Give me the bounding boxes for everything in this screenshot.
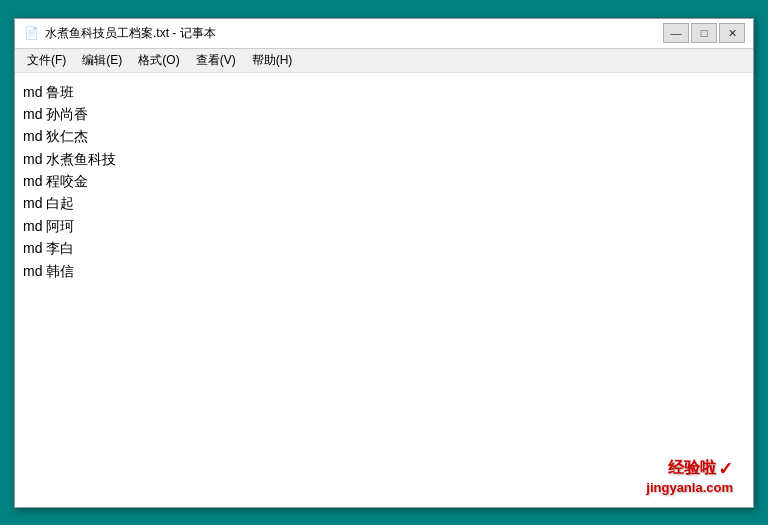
menu-view[interactable]: 查看(V) xyxy=(188,49,244,71)
menu-format[interactable]: 格式(O) xyxy=(130,49,187,71)
app-icon: 📄 xyxy=(23,25,39,41)
close-button[interactable]: ✕ xyxy=(719,23,745,43)
menu-bar: 文件(F) 编辑(E) 格式(O) 查看(V) 帮助(H) xyxy=(15,49,753,73)
maximize-button[interactable]: □ xyxy=(691,23,717,43)
window-controls: — □ ✕ xyxy=(663,23,745,43)
text-editor[interactable]: md 鲁班 md 孙尚香 md 狄仁杰 md 水煮鱼科技 md 程咬金 md 白… xyxy=(15,73,753,507)
minimize-button[interactable]: — xyxy=(663,23,689,43)
menu-help[interactable]: 帮助(H) xyxy=(244,49,301,71)
content-area: md 鲁班 md 孙尚香 md 狄仁杰 md 水煮鱼科技 md 程咬金 md 白… xyxy=(15,73,753,507)
window-title: 水煮鱼科技员工档案.txt - 记事本 xyxy=(45,25,216,42)
menu-file[interactable]: 文件(F) xyxy=(19,49,74,71)
menu-edit[interactable]: 编辑(E) xyxy=(74,49,130,71)
notepad-window: 📄 水煮鱼科技员工档案.txt - 记事本 — □ ✕ 文件(F) 编辑(E) … xyxy=(14,18,754,508)
title-bar-left: 📄 水煮鱼科技员工档案.txt - 记事本 xyxy=(23,25,216,42)
title-bar: 📄 水煮鱼科技员工档案.txt - 记事本 — □ ✕ xyxy=(15,19,753,49)
